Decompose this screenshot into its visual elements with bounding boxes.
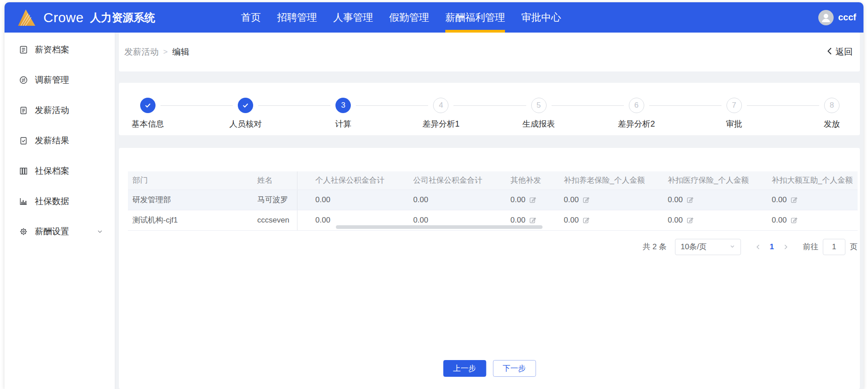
app-window: Crowe 人力资源系统 首页 招聘管理 人事管理 假勤管理 薪酬福利管理 审批…	[5, 2, 863, 389]
step-diff-analysis-1: 4 差异分析1	[432, 98, 450, 113]
nav-item-attendance[interactable]: 假勤管理	[389, 2, 429, 33]
step-label: 生成报表	[523, 119, 555, 129]
col-header-dept: 部门	[128, 171, 253, 190]
step-circle-pending: 6	[629, 98, 644, 113]
step-label: 基本信息	[132, 119, 164, 129]
top-header: Crowe 人力资源系统 首页 招聘管理 人事管理 假勤管理 薪酬福利管理 审批…	[5, 2, 863, 33]
cell-medical-adj: 0.00	[663, 190, 767, 210]
prev-step-button[interactable]: 上一步	[443, 360, 486, 377]
file-document-icon	[19, 45, 28, 54]
table-wrap: 部门 姓名 个人社保公积金合计 公司社保公积金合计 其他补发 补扣养老保险_个人…	[128, 171, 858, 231]
sidebar: 薪资档案 调薪管理 发薪活动	[5, 33, 115, 389]
check-icon	[242, 102, 249, 109]
nav-item-compensation-active[interactable]: 薪酬福利管理	[445, 2, 505, 33]
edit-icon[interactable]	[583, 196, 590, 203]
step-connector	[747, 105, 819, 106]
step-connector	[649, 105, 722, 106]
next-step-button[interactable]: 下一步	[493, 360, 536, 377]
sidebar-item-payroll-activity[interactable]: 发薪活动	[5, 95, 115, 125]
pagination-total: 共 2 条	[643, 242, 667, 252]
cell-value: 0.00	[510, 195, 525, 204]
goto-page-input[interactable]	[823, 239, 845, 255]
step-circle-pending: 4	[433, 98, 448, 113]
prev-page-button[interactable]	[753, 244, 764, 250]
step-person-check: 人员核对	[236, 98, 255, 113]
cell-name: cccseven	[253, 210, 297, 230]
sidebar-item-payroll-result[interactable]: 发薪结果	[5, 125, 115, 156]
cell-mutual-aid-adj: 0.00	[767, 210, 858, 230]
crowe-mountain-logo-icon	[16, 9, 37, 27]
breadcrumb-parent[interactable]: 发薪活动	[124, 46, 159, 58]
step-approve: 7 审批	[725, 98, 743, 113]
edit-icon[interactable]	[583, 217, 590, 223]
cell-other-pay: 0.00	[506, 190, 559, 210]
col-header-personal-total: 个人社保公积金合计	[297, 171, 409, 190]
goto-label: 前往	[803, 242, 818, 252]
swap-circle-icon	[19, 76, 28, 85]
cell-personal-total: 0.00	[297, 190, 409, 210]
breadcrumb-current: 编辑	[172, 46, 189, 58]
edit-icon[interactable]	[529, 217, 536, 223]
step-connector	[356, 105, 428, 106]
clipboard-check-icon	[19, 136, 28, 145]
nav-item-recruitment[interactable]: 招聘管理	[277, 2, 317, 33]
cell-pension-adj: 0.00	[559, 210, 663, 230]
cell-value: 0.00	[564, 216, 579, 225]
step-circle-done	[238, 98, 253, 113]
breadcrumb: 发薪活动 > 编辑	[124, 46, 189, 58]
cell-value: 0.00	[564, 195, 579, 204]
sidebar-item-social-data[interactable]: 社保数据	[5, 186, 115, 216]
calculation-table-card: 部门 姓名 个人社保公积金合计 公司社保公积金合计 其他补发 补扣养老保险_个人…	[119, 148, 860, 389]
sidebar-item-social-archive[interactable]: 社保档案	[5, 156, 115, 186]
step-connector	[552, 105, 624, 106]
step-payout: 8 发放	[823, 98, 841, 113]
calculation-table: 部门 姓名 个人社保公积金合计 公司社保公积金合计 其他补发 补扣养老保险_个人…	[128, 171, 858, 231]
pagination: 共 2 条 10条/页 1 前往	[128, 239, 858, 255]
content-area: 发薪活动 > 编辑 返回	[115, 33, 863, 389]
goto-page-group: 前往 页	[803, 239, 858, 255]
edit-icon[interactable]	[687, 217, 693, 223]
cell-value: 0.00	[668, 216, 683, 225]
cell-mutual-aid-adj: 0.00	[767, 190, 858, 210]
step-label: 人员核对	[229, 119, 262, 129]
breadcrumb-bar: 发薪活动 > 编辑 返回	[119, 33, 860, 71]
edit-icon[interactable]	[529, 196, 536, 203]
cell-value: 0.00	[510, 216, 525, 225]
sidebar-item-salary-adjust[interactable]: 调薪管理	[5, 65, 115, 95]
edit-icon[interactable]	[687, 196, 693, 203]
nav-item-approval-center[interactable]: 审批中心	[521, 2, 561, 33]
horizontal-scrollbar-thumb[interactable]	[336, 225, 542, 229]
current-page[interactable]: 1	[770, 242, 774, 251]
table-header-row: 部门 姓名 个人社保公积金合计 公司社保公积金合计 其他补发 补扣养老保险_个人…	[128, 171, 858, 190]
page-size-value: 10条/页	[681, 242, 707, 252]
page-size-select[interactable]: 10条/页	[675, 239, 741, 255]
step-generate-report: 5 生成报表	[530, 98, 548, 113]
next-page-button[interactable]	[780, 244, 791, 250]
sidebar-item-label: 发薪活动	[35, 104, 69, 116]
sidebar-item-salary-archive[interactable]: 薪资档案	[5, 34, 115, 65]
sidebar-item-salary-settings[interactable]: 薪酬设置	[5, 216, 115, 247]
cell-dept: 测试机构-cjf1	[128, 210, 253, 230]
cell-medical-adj: 0.00	[663, 210, 767, 230]
table-row[interactable]: 研发管理部 马可波罗 0.00 0.00 0.00 0.00	[128, 190, 858, 210]
back-button[interactable]: 返回	[826, 46, 853, 58]
step-label: 审批	[726, 119, 742, 129]
step-label: 计算	[335, 119, 351, 129]
nav-item-personnel[interactable]: 人事管理	[333, 2, 373, 33]
edit-icon[interactable]	[791, 217, 797, 223]
nav-item-home[interactable]: 首页	[241, 2, 261, 33]
step-circle-pending: 5	[531, 98, 547, 113]
user-menu[interactable]: cccf	[818, 2, 856, 33]
edit-icon[interactable]	[791, 196, 797, 203]
sidebar-item-label: 薪酬设置	[35, 226, 69, 237]
step-connector	[258, 105, 330, 106]
col-header-name: 姓名	[253, 171, 297, 190]
clipboard-lines-icon	[19, 106, 28, 115]
person-icon	[818, 10, 834, 25]
col-header-mutual-aid-adj: 补扣大额互助_个人金额	[767, 171, 858, 190]
avatar[interactable]	[818, 10, 834, 25]
step-label: 差异分析1	[422, 119, 459, 129]
top-nav: 首页 招聘管理 人事管理 假勤管理 薪酬福利管理 审批中心	[241, 2, 561, 33]
stepper-card: 基本信息 人员核对 3 计算	[119, 83, 860, 135]
sidebar-item-label: 薪资档案	[35, 44, 69, 56]
